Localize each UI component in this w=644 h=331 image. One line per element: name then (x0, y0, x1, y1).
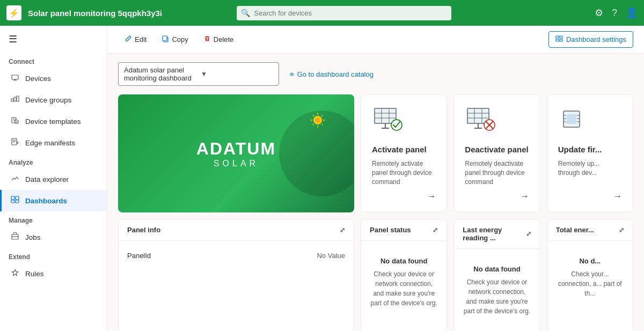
section-connect-label: Connect (0, 53, 107, 68)
panel-info-title: Panel info (127, 226, 160, 234)
panel-info-card: Panel info ⤢ PanelId No Value (118, 219, 354, 331)
expand-icon[interactable]: ⤢ (340, 226, 345, 234)
sun-icon (308, 111, 327, 134)
topbar: ⚡ Solar panel monitoring 5qqpkh3y3i 🔍 ⚙ … (0, 0, 644, 26)
svg-rect-49 (567, 114, 576, 124)
sidebar-item-devices[interactable]: Devices (0, 68, 107, 89)
sidebar-item-edge-manifests[interactable]: Edge manifests (0, 132, 107, 153)
go-to-catalog-link[interactable]: ≡ Go to dashboard catalog (290, 70, 374, 78)
update-firmware-desc: Remotely up... through dev... (558, 159, 622, 186)
svg-rect-18 (556, 39, 559, 41)
panel-status-no-data-desc: Check your device or network connection,… (370, 269, 438, 308)
panel-id-label: PanelId (127, 252, 151, 260)
svg-rect-10 (16, 196, 19, 200)
dashboard-settings-icon (555, 35, 563, 44)
svg-rect-17 (560, 36, 562, 38)
hamburger-menu[interactable]: ☰ (0, 26, 107, 53)
edit-button[interactable]: Edit (118, 32, 153, 47)
svg-rect-8 (12, 138, 17, 145)
section-extend-label: Extend (0, 248, 107, 263)
help-icon[interactable]: ? (612, 8, 617, 19)
rules-icon (10, 268, 20, 279)
search-input[interactable] (237, 6, 451, 20)
deactivate-panel-desc: Remotely deactivate panel through device… (465, 159, 529, 186)
svg-rect-5 (17, 96, 19, 101)
sidebar-item-rules[interactable]: Rules (0, 263, 107, 284)
hero-brand-name: ADATUM (196, 139, 276, 159)
copy-label: Copy (172, 35, 188, 43)
panel-id-row: PanelId No Value (127, 249, 345, 262)
svg-rect-19 (560, 39, 562, 41)
sidebar-item-device-templates[interactable]: Device templates (0, 111, 107, 132)
last-energy-reading-card: Last energy reading ... ⤢ No data found … (453, 219, 540, 331)
sidebar-devices-label: Devices (25, 75, 51, 83)
delete-button[interactable]: Delete (197, 32, 240, 47)
sidebar-item-device-groups[interactable]: Device groups (0, 89, 107, 111)
dashboard-dropdown[interactable]: Adatum solar panel monitoring dashboard … (118, 62, 279, 86)
sidebar-item-jobs[interactable]: Jobs (0, 226, 107, 248)
last-energy-no-data-title: No data found (463, 265, 531, 273)
panel-id-value: No Value (317, 252, 345, 260)
svg-line-28 (321, 115, 323, 117)
svg-line-26 (313, 115, 314, 117)
copy-icon (162, 35, 169, 44)
update-firmware-icon (558, 106, 622, 137)
toolbar: Edit Copy Delete Dashboard settings (107, 26, 644, 54)
update-firmware-card[interactable]: Update fir... Remotely up... through dev… (547, 94, 633, 212)
svg-rect-2 (13, 80, 17, 81)
svg-rect-15 (163, 36, 167, 41)
sidebar-item-data-explorer[interactable]: Data explorer (0, 168, 107, 190)
settings-icon[interactable]: ⚙ (595, 7, 603, 19)
svg-rect-16 (556, 36, 559, 38)
activate-panel-arrow: → (372, 192, 436, 201)
last-energy-expand-icon[interactable]: ⤢ (526, 230, 531, 238)
user-icon[interactable]: 👤 (626, 7, 638, 19)
topbar-actions: ⚙ ? 👤 (595, 7, 638, 19)
panel-status-expand-icon[interactable]: ⤢ (433, 226, 438, 234)
data-explorer-icon (10, 174, 20, 185)
sidebar-item-dashboards[interactable]: Dashboards (0, 190, 107, 211)
last-energy-reading-header: Last energy reading ... ⤢ (454, 219, 539, 249)
activate-panel-card[interactable]: Activate panel Remotely activate panel t… (361, 94, 447, 212)
app-title: Solar panel monitoring 5qqpkh3y3i (28, 9, 162, 18)
app-logo: ⚡ (6, 5, 21, 20)
dashboard-settings-label: Dashboard settings (566, 35, 626, 43)
deactivate-panel-arrow: → (465, 192, 529, 201)
search-icon: 🔍 (241, 9, 250, 17)
svg-line-27 (321, 124, 323, 126)
edge-manifests-icon (10, 137, 20, 148)
jobs-icon (10, 232, 20, 242)
dashboard-selected-option: Adatum solar panel monitoring dashboard (124, 66, 196, 82)
top-cards-grid: ADATUM SOLAR (118, 94, 633, 212)
svg-rect-11 (11, 200, 14, 203)
svg-rect-4 (14, 97, 16, 101)
device-groups-icon (10, 94, 20, 105)
hero-card: ADATUM SOLAR (118, 94, 354, 212)
edit-icon (125, 35, 132, 44)
total-energy-no-data-desc: Check your... connection, a... part of t… (556, 269, 624, 298)
total-energy-title: Total ener... (556, 226, 594, 234)
total-energy-card: Total ener... ⤢ No d... Check your... co… (547, 219, 633, 331)
sidebar-data-explorer-label: Data explorer (25, 175, 69, 183)
svg-rect-12 (16, 200, 19, 203)
copy-button[interactable]: Copy (155, 32, 194, 47)
section-analyze-label: Analyze (0, 153, 107, 168)
panel-status-no-data-title: No data found (370, 257, 438, 265)
total-energy-expand-icon[interactable]: ⤢ (619, 226, 624, 234)
dashboard-settings-button[interactable]: Dashboard settings (548, 31, 633, 48)
svg-rect-9 (11, 196, 14, 200)
sidebar-device-groups-label: Device groups (25, 96, 71, 104)
svg-rect-1 (14, 79, 16, 80)
svg-point-21 (315, 117, 320, 123)
total-energy-header: Total ener... ⤢ (547, 219, 633, 241)
delete-icon (203, 35, 211, 44)
hero-brand-tagline: SOLAR (196, 159, 276, 168)
last-energy-reading-title: Last energy reading ... (463, 226, 525, 242)
panel-status-card: Panel status ⤢ No data found Check your … (361, 219, 447, 331)
deactivate-panel-card[interactable]: Deactivate panel Remotely deactivate pan… (453, 94, 540, 212)
layout: ☰ Connect Devices Device groups Device t… (0, 26, 644, 331)
sidebar: ☰ Connect Devices Device groups Device t… (0, 26, 107, 331)
section-manage-label: Manage (0, 211, 107, 226)
edit-label: Edit (135, 35, 147, 43)
total-energy-no-data-title: No d... (556, 257, 624, 265)
